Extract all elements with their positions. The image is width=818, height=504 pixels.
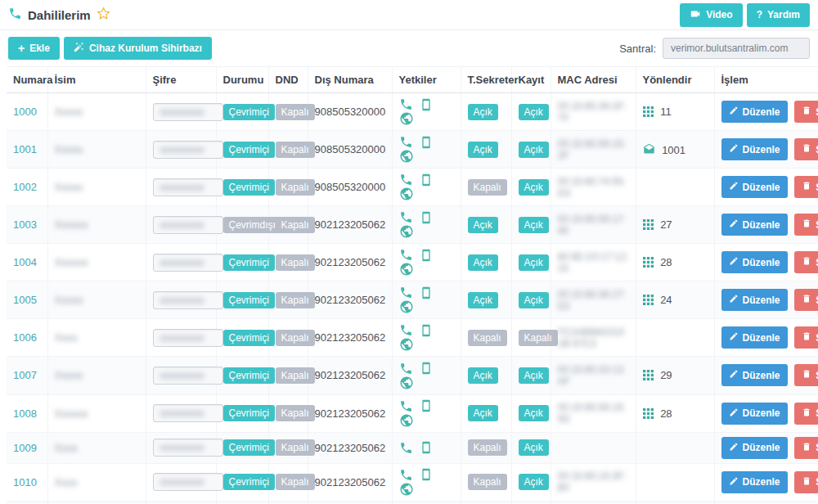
extension-number-link[interactable]: 1004: [13, 256, 37, 268]
edit-button[interactable]: Düzenle: [721, 101, 788, 123]
password-field[interactable]: xxxxxxxxx: [153, 216, 223, 234]
password-value: xxxxxxxxx: [160, 332, 204, 344]
edit-button[interactable]: Düzenle: [721, 403, 788, 425]
extension-number-link[interactable]: 1005: [13, 294, 37, 306]
delete-button[interactable]: Sil: [794, 437, 818, 459]
password-field[interactable]: xxxxxxxxx: [153, 141, 223, 159]
forward-grid-icon: [643, 294, 661, 306]
add-button[interactable]: + Ekle: [8, 37, 60, 60]
delete-button[interactable]: Sil: [794, 138, 818, 160]
question-icon: ?: [757, 9, 762, 20]
extension-name: Xxxxx: [55, 143, 83, 155]
extension-number-link[interactable]: 1002: [13, 181, 37, 193]
forward-target: 24: [660, 294, 672, 306]
international-permission-icon: [399, 338, 418, 350]
toolbar-left: + Ekle Cihaz Kurulum Sihirbazı: [8, 37, 212, 60]
password-field[interactable]: xxxxxxxxx: [153, 254, 223, 272]
extension-number-link[interactable]: 1006: [13, 331, 37, 344]
edit-pencil-icon: [729, 407, 739, 420]
delete-button[interactable]: Sil: [794, 214, 818, 236]
external-number: 902123205062: [315, 442, 386, 454]
secretary-badge: Açık: [468, 367, 498, 384]
delete-button[interactable]: Sil: [794, 101, 818, 123]
delete-button[interactable]: Sil: [794, 471, 818, 493]
password-value: xxxxxxxxx: [160, 182, 204, 193]
edit-button[interactable]: Düzenle: [721, 138, 788, 160]
delete-button[interactable]: Sil: [794, 176, 818, 198]
secretary-badge: Açık: [468, 104, 498, 120]
password-field[interactable]: xxxxxxxxx: [153, 439, 223, 457]
edit-button[interactable]: Düzenle: [721, 471, 788, 493]
header-islem: İşlem: [714, 67, 818, 93]
extension-number-link[interactable]: 1001: [13, 143, 37, 155]
delete-button[interactable]: Sil: [794, 251, 818, 273]
extension-number-link[interactable]: 1009: [13, 442, 37, 454]
status-badge: Çevrimiçi: [223, 142, 275, 158]
extension-number-link[interactable]: 1000: [13, 106, 37, 118]
forward-grid-icon: [643, 407, 661, 420]
edit-button[interactable]: Düzenle: [721, 437, 788, 459]
status-badge: Çevrimiçi: [223, 405, 275, 421]
delete-button[interactable]: Sil: [794, 364, 818, 386]
mobile-permission-icon: [420, 135, 437, 147]
password-field[interactable]: xxxxxxxxx: [153, 404, 223, 422]
trash-icon: [802, 143, 811, 155]
dnd-badge: Kapalı: [276, 439, 315, 456]
table-header-row: Numara İsim Şifre Durumu DND Dış Numara …: [7, 67, 818, 93]
delete-button[interactable]: Sil: [794, 289, 818, 311]
extension-number-link[interactable]: 1010: [13, 476, 37, 488]
dnd-badge: Kapalı: [276, 330, 315, 346]
secretary-badge: Kapalı: [468, 330, 507, 346]
extension-number-link[interactable]: 1003: [13, 218, 37, 231]
delete-button[interactable]: Sil: [794, 403, 818, 425]
international-permission-icon: [399, 187, 418, 200]
edit-pencil-icon: [729, 218, 739, 231]
edit-button[interactable]: Düzenle: [721, 289, 788, 311]
edit-button-label: Düzenle: [743, 219, 780, 231]
password-field[interactable]: xxxxxxxxx: [153, 103, 223, 121]
extensions-table: Numara İsim Şifre Durumu DND Dış Numara …: [7, 66, 818, 504]
edit-pencil-icon: [729, 181, 739, 193]
mac-address: 80:5E:C0:17:12:15: [558, 251, 629, 274]
extension-name: Xxxxx: [55, 369, 83, 381]
delete-button[interactable]: Sil: [794, 326, 818, 349]
secretary-badge: Açık: [468, 254, 498, 271]
password-field[interactable]: xxxxxxxxx: [153, 473, 223, 491]
password-field[interactable]: xxxxxxxxx: [153, 291, 223, 309]
status-badge: Çevrimiçi: [223, 439, 275, 456]
mobile-permission-icon: [420, 361, 437, 373]
password-field[interactable]: xxxxxxxxx: [153, 329, 223, 347]
edit-pencil-icon: [729, 256, 739, 268]
password-field[interactable]: xxxxxxxxx: [153, 367, 223, 385]
santral-input[interactable]: [663, 38, 810, 59]
table-row: 1010 Xxxx xxxxxxxxx Çevrimiçi Kapalı 902…: [7, 463, 818, 501]
external-number: 902123205062: [315, 476, 386, 488]
external-number: 908505320000: [315, 143, 386, 155]
edit-button[interactable]: Düzenle: [721, 176, 788, 198]
edit-button[interactable]: Düzenle: [721, 251, 788, 273]
edit-button[interactable]: Düzenle: [721, 326, 788, 349]
extension-number-link[interactable]: 1007: [13, 369, 37, 381]
status-badge: Çevrimiçi: [223, 330, 275, 346]
password-field[interactable]: xxxxxxxxx: [153, 178, 223, 196]
mobile-permission-icon: [420, 210, 437, 223]
edit-button[interactable]: Düzenle: [721, 214, 788, 236]
device-wizard-button[interactable]: Cihaz Kurulum Sihirbazı: [64, 37, 212, 60]
extensions-tbody: 1000 Xxxxx xxxxxxxxx Çevrimiçi Kapalı 90…: [7, 93, 818, 504]
video-button[interactable]: Video: [680, 3, 742, 27]
password-value: xxxxxxxxx: [160, 295, 204, 306]
favorite-star-icon[interactable]: [97, 7, 110, 24]
edit-button[interactable]: Düzenle: [721, 364, 788, 386]
secretary-badge: Açık: [468, 142, 498, 158]
external-number: 902123205062: [315, 331, 386, 344]
extension-number-link[interactable]: 1008: [13, 407, 37, 420]
status-badge: Çevrimiçi: [223, 104, 275, 120]
help-button[interactable]: ? Yardım: [747, 3, 810, 27]
table-row: 1007 Xxxxx xxxxxxxxx Çevrimiçi Kapalı 90…: [7, 357, 818, 394]
mac-address: 00:15:65:15:3F:B0: [558, 470, 629, 493]
phone-permission-icon: [399, 399, 420, 412]
header-yetkiler: Yetkiler: [392, 67, 461, 93]
trash-icon: [802, 442, 811, 454]
trash-icon: [802, 294, 811, 306]
table-row: 1011 Xxx xxxxxxxxx Çevrimiçi Kapalı 9085…: [7, 501, 818, 504]
